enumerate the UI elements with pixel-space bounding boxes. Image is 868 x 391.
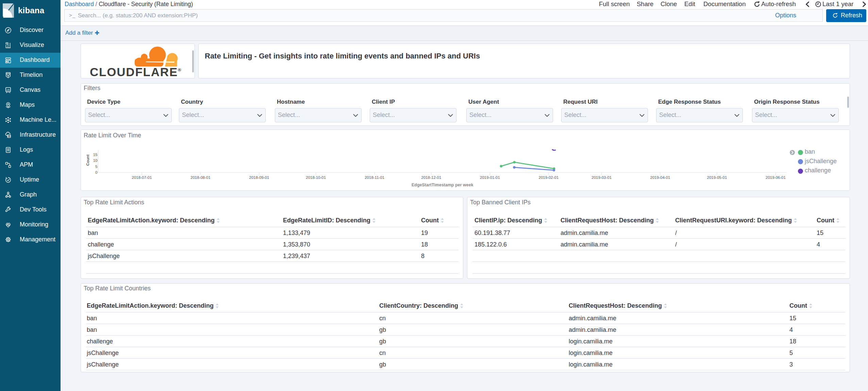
svg-text:10: 10 xyxy=(93,158,98,163)
svg-text:2018-09-01: 2018-09-01 xyxy=(249,175,269,180)
svg-text:2019-02-01: 2019-02-01 xyxy=(538,175,558,180)
svg-text:2019-01-01: 2019-01-01 xyxy=(480,175,500,180)
svg-text:2019-06-01: 2019-06-01 xyxy=(766,175,786,180)
svg-text:Count: Count xyxy=(86,154,90,166)
svg-text:2018-12-01: 2018-12-01 xyxy=(421,175,441,180)
svg-text:15: 15 xyxy=(93,153,98,157)
svg-text:2018-07-01: 2018-07-01 xyxy=(132,175,152,180)
svg-text:2018-10-01: 2018-10-01 xyxy=(306,175,326,180)
svg-text:0: 0 xyxy=(95,170,97,174)
svg-text:2019-04-01: 2019-04-01 xyxy=(650,175,670,180)
svg-text:2019-03-01: 2019-03-01 xyxy=(591,175,612,180)
svg-text:2018-08-01: 2018-08-01 xyxy=(190,175,211,180)
svg-text:EdgeStartTimestamp per week: EdgeStartTimestamp per week xyxy=(412,183,473,187)
svg-text:5: 5 xyxy=(95,165,97,169)
svg-text:2018-11-01: 2018-11-01 xyxy=(365,175,384,180)
svg-text:2019-05-01: 2019-05-01 xyxy=(707,175,727,180)
